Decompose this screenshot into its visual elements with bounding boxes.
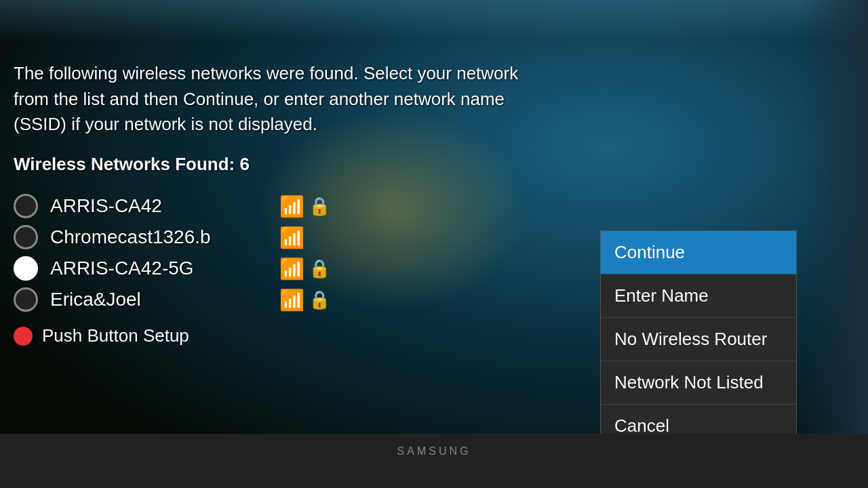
network-icons-1: 📶 🔒 [279, 195, 330, 218]
menu-item-enter-name[interactable]: Enter Name [601, 274, 796, 318]
network-name-3: ARRIS-CA42-5G [50, 258, 226, 279]
brand-label: SAMSUNG [397, 445, 471, 458]
network-name-2: Chromecast1326.b [50, 226, 226, 248]
wifi-icon-2: 📶 [279, 226, 304, 249]
menu-item-continue[interactable]: Continue [601, 231, 796, 274]
tv-bottom: SAMSUNG [0, 434, 868, 488]
menu-item-no-wireless-router[interactable]: No Wireless Router [601, 318, 796, 361]
radio-button-3[interactable] [14, 256, 38, 281]
network-icons-4: 📶 🔒 [279, 288, 330, 312]
menu-item-network-not-listed[interactable]: Network Not Listed [601, 361, 796, 405]
network-icons-2: 📶 [279, 226, 304, 249]
radio-button-4[interactable] [14, 287, 38, 312]
radio-button-1[interactable] [14, 194, 38, 218]
red-dot-icon [14, 327, 33, 346]
radio-button-2[interactable] [14, 225, 38, 249]
tv-bezel-right [800, 0, 868, 434]
push-button-label: Push Button Setup [42, 325, 189, 346]
wifi-icon-1: 📶 [279, 195, 304, 218]
network-icons-3: 📶 🔒 [279, 257, 330, 281]
lock-icon-3: 🔒 [309, 258, 330, 279]
lock-icon-4: 🔒 [309, 289, 330, 310]
wifi-icon-3: 📶 [279, 257, 304, 281]
network-name-4: Erica&Joel [50, 289, 226, 310]
instructions-text: The following wireless networks were fou… [14, 61, 522, 138]
wifi-icon-4: 📶 [279, 288, 304, 312]
tv-glare [0, 0, 868, 41]
list-item[interactable]: ARRIS-CA42 📶 🔒 [14, 194, 780, 218]
lock-icon-1: 🔒 [309, 196, 330, 217]
networks-found-label: Wireless Networks Found: 6 [14, 154, 780, 175]
network-name-1: ARRIS-CA42 [50, 195, 226, 217]
action-menu: Continue Enter Name No Wireless Router N… [600, 230, 797, 448]
